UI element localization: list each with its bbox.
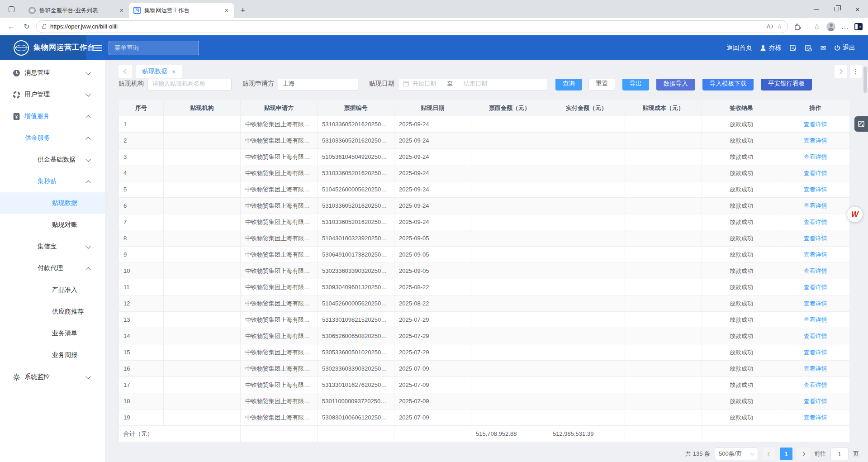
sidebar-item-1[interactable]: 消息管理 [0,62,105,84]
page-1-button[interactable]: 1 [780,448,792,460]
tab-close-icon[interactable]: × [119,7,124,14]
logout-button[interactable]: 退出 [834,44,855,52]
export-button[interactable]: 导出 [622,79,649,90]
browser-tab-title: 鲁班金服平台-业务列表 [39,7,115,14]
mail-icon[interactable]: ✉ [820,44,826,52]
refresh-button[interactable]: ↻ [21,21,33,33]
profile-avatar[interactable] [826,22,835,31]
view-detail-link[interactable]: 查看详情 [804,121,827,128]
next-page-button[interactable] [797,448,810,460]
address-bar[interactable]: https://oper.jww.cn/bill-oiill A ☆ [36,20,788,33]
window-close-button[interactable]: × [847,0,868,18]
cell-applicant: 中铁物贸集团上海有限公司 [241,230,318,247]
view-detail-link[interactable]: 查看详情 [804,235,827,242]
sidebar-item-13[interactable]: 业务清单 [0,323,105,344]
tab-actions-button[interactable] [5,3,18,15]
workspace-tab-close-icon[interactable]: × [172,68,175,75]
sidebar-item-8[interactable]: 贴现对账 [0,214,105,236]
favorites-bar-icon[interactable]: ☆ [811,21,823,33]
view-detail-link[interactable]: 查看详情 [804,300,827,307]
back-button[interactable]: ← [5,21,17,33]
view-detail-link[interactable]: 查看详情 [804,219,827,225]
user-menu[interactable]: 乔栋 [760,44,781,52]
sidebar-item-12[interactable]: 供应商推荐 [0,301,105,323]
table-row: 14 中铁物贸集团上海有限公司 530652600650820250722...… [119,328,850,344]
view-detail-link[interactable]: 查看详情 [804,267,827,274]
sidebar-item-11[interactable]: 产品准入 [0,279,105,301]
cell-result: 放款成功 [702,133,781,149]
cell-bill-no: 530830100606120250627... [318,410,394,426]
more-menu-icon[interactable]: … [839,21,851,33]
sidebar-item-14[interactable]: 业务周报 [0,344,105,366]
reset-button[interactable]: 重置 [588,79,615,90]
org-filter-input[interactable] [147,79,232,90]
edge-sidebar-icon[interactable] [854,23,863,30]
sidebar-item-5[interactable]: 供金基础数据 [0,149,105,171]
goto-page-input[interactable] [830,448,849,460]
tab-scroll-left-button[interactable] [119,65,132,78]
tab-scroll-right-button[interactable] [835,65,847,78]
view-detail-link[interactable]: 查看详情 [804,365,827,372]
maximize-button[interactable] [826,0,847,18]
view-detail-link[interactable]: 查看详情 [804,186,827,193]
sidebar-item-2[interactable]: 用户管理 [0,84,105,105]
cell-org [164,263,241,279]
workspace-tab-discount-data[interactable]: 贴现数据 × [136,65,182,78]
import-template-download-button[interactable]: 导入模板下载 [702,79,754,90]
sidebar-item-4[interactable]: 供金服务 [0,127,105,149]
home-link[interactable]: 返回首页 [726,44,752,52]
view-detail-link[interactable]: 查看详情 [804,284,827,291]
data-import-button[interactable]: 数据导入 [656,79,695,90]
view-detail-link[interactable]: 查看详情 [804,170,827,176]
floating-watermark-badge[interactable]: W [847,207,863,222]
new-tab-button[interactable]: + [237,4,249,17]
read-aloud-icon[interactable]: A [767,23,773,30]
view-detail-link[interactable]: 查看详情 [804,137,827,144]
theme-panel-button[interactable] [854,116,868,132]
sidebar-item-9[interactable]: 集信宝 [0,236,105,257]
view-detail-link[interactable]: 查看详情 [804,202,827,209]
doc-clock-icon[interactable] [805,44,812,52]
sidebar-item-10[interactable]: 付款代理 [0,257,105,279]
browser-tab-luban[interactable]: 鲁班金服平台-业务列表 × [24,3,129,18]
cell-date: 2025-08-22 [394,295,471,312]
applicant-filter-input[interactable] [278,79,358,90]
view-detail-link[interactable]: 查看详情 [804,414,827,421]
view-detail-link[interactable]: 查看详情 [804,333,827,339]
hamburger-menu-icon[interactable] [93,43,102,53]
extensions-icon[interactable] [792,21,803,33]
browser-tab-jiwu[interactable]: 习 集物网运营工作台 × [129,3,234,18]
sidebar-item-7[interactable]: 贴现数据 [0,192,105,214]
search-button[interactable]: 查询 [555,79,582,90]
date-range-picker[interactable]: 开始日期 至 结束日期 [398,79,547,90]
tab-options-button[interactable]: ⋮ [850,65,862,78]
view-detail-link[interactable]: 查看详情 [804,251,827,258]
view-detail-link[interactable]: 查看详情 [804,381,827,388]
favorite-star-icon[interactable]: ☆ [777,23,782,30]
view-detail-link[interactable]: 查看详情 [804,349,827,356]
calendar-icon [403,81,409,86]
cell-date: 2025-07-29 [394,328,471,344]
sidebar-item-3[interactable]: ¥ 增值服务 [0,105,105,127]
view-detail-link[interactable]: 查看详情 [804,398,827,405]
doc-edit-icon[interactable] [789,44,797,52]
cell-paid-amount [548,361,625,377]
cell-result: 放款成功 [702,263,781,279]
pingan-bank-board-button[interactable]: 平安银行看板 [761,79,812,90]
view-detail-link[interactable]: 查看详情 [804,153,827,160]
view-detail-link[interactable]: 查看详情 [804,316,827,323]
prev-page-button[interactable] [763,448,775,460]
browser-tab-title: 集物网运营工作台 [144,7,220,14]
cell-date: 2025-09-05 [394,230,471,247]
minimize-button[interactable] [806,0,826,18]
sidebar-item-15[interactable]: 系统监控 [0,366,105,388]
cell-org [164,214,241,230]
page-size-select[interactable]: 500条/页 [715,448,758,460]
menu-search-input[interactable] [109,44,199,51]
cell-bill-no: 531033605201620250911... [318,198,394,214]
tab-close-icon[interactable]: × [224,7,229,14]
sidebar-item-6[interactable]: 集秒贴 [0,171,105,192]
url-text[interactable]: https://oper.jww.cn/bill-oiill [50,23,763,30]
table-row: 5 中铁物贸集团上海有限公司 510452600005620250917... … [119,181,850,198]
scrollbar-thumb[interactable] [863,67,867,93]
